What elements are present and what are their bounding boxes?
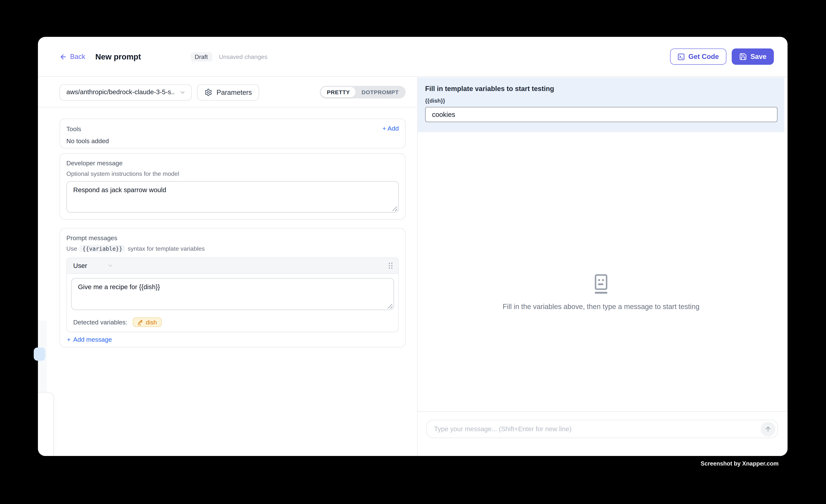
toggle-dotprompt[interactable]: DOTPROMPT	[356, 87, 405, 98]
template-variables-title: Fill in template variables to start test…	[425, 85, 777, 93]
user-message-input[interactable]: Give me a recipe for {{dish}}	[71, 278, 394, 310]
pencil-icon	[137, 319, 143, 325]
chat-message-input[interactable]	[434, 425, 761, 433]
chevron-down-icon	[179, 89, 186, 96]
status-badge: Draft	[190, 52, 212, 61]
model-selector-value: aws/anthropic/bedrock-claude-3-5-s...	[66, 88, 175, 96]
drag-handle-icon[interactable]	[388, 262, 393, 269]
bot-face-icon	[592, 273, 610, 294]
chat-composer	[418, 411, 787, 456]
watermark-text: Screenshot by Xnapper.com	[701, 460, 778, 467]
prompt-messages-card: Prompt messages Use {{variable}} syntax …	[60, 228, 406, 348]
header: Back New prompt Draft Unsaved changes Ge…	[38, 37, 787, 77]
chat-empty-state: Fill in the variables above, then type a…	[418, 132, 784, 452]
format-toggle: PRETTY DOTPROMPT	[320, 86, 406, 98]
add-tool-button[interactable]: + Add	[382, 125, 399, 132]
empty-state-text: Fill in the variables above, then type a…	[503, 303, 700, 311]
chevron-down-icon[interactable]	[107, 262, 114, 269]
back-label: Back	[70, 53, 85, 61]
tools-card: Tools + Add No tools added	[60, 118, 406, 148]
developer-message-title: Developer message	[66, 160, 399, 167]
back-button[interactable]: Back	[60, 53, 85, 61]
save-icon	[739, 53, 747, 61]
partial-popover-card	[38, 392, 54, 456]
back-arrow-icon	[60, 53, 67, 60]
developer-message-subtitle: Optional system instructions for the mod…	[66, 171, 399, 177]
dish-variable-label: {{dish}}	[425, 98, 777, 104]
variable-dish-badge[interactable]: dish	[132, 317, 162, 327]
parameters-button[interactable]: Parameters	[197, 84, 259, 101]
add-message-button[interactable]: + Add message	[67, 336, 112, 343]
plus-icon: +	[382, 125, 386, 132]
tools-empty-text: No tools added	[66, 137, 399, 145]
screenshot-stage: Back New prompt Draft Unsaved changes Ge…	[0, 0, 826, 504]
prompt-messages-title: Prompt messages	[66, 234, 399, 242]
get-code-button[interactable]: Get Code	[670, 48, 726, 65]
chat-input-box	[426, 420, 778, 438]
developer-message-input[interactable]: Respond as jack sparrow would	[66, 181, 399, 212]
detected-variables-label: Detected variables:	[73, 319, 127, 326]
partial-highlighted-item	[34, 348, 46, 361]
header-actions: Get Code Save	[670, 48, 774, 65]
editor-panel: aws/anthropic/bedrock-claude-3-5-s... Pa…	[38, 77, 417, 456]
tools-title: Tools	[66, 125, 399, 133]
save-button[interactable]: Save	[731, 48, 774, 65]
toggle-pretty[interactable]: PRETTY	[321, 87, 356, 98]
message-block: User Give me a recipe for {{dish}}	[66, 257, 399, 332]
test-panel: Fill in template variables to start test…	[418, 77, 787, 456]
unsaved-changes-text: Unsaved changes	[219, 54, 267, 60]
terminal-icon	[677, 53, 685, 60]
role-select-value: User	[73, 262, 87, 269]
gear-icon	[204, 88, 212, 96]
editor-toolbar: aws/anthropic/bedrock-claude-3-5-s... Pa…	[38, 77, 417, 107]
editor-cards: Tools + Add No tools added Developer mes…	[60, 107, 406, 456]
message-role-header: User	[67, 258, 398, 274]
page-title: New prompt	[95, 52, 141, 61]
dish-variable-input[interactable]	[425, 107, 778, 122]
template-variables-section: Fill in template variables to start test…	[418, 77, 784, 132]
plus-icon: +	[67, 336, 71, 343]
app-window: Back New prompt Draft Unsaved changes Ge…	[38, 37, 787, 456]
detected-variables-row: Detected variables: dish	[67, 314, 398, 332]
model-selector[interactable]: aws/anthropic/bedrock-claude-3-5-s...	[60, 84, 192, 101]
developer-message-card: Developer message Optional system instru…	[60, 153, 406, 220]
template-syntax-hint: Use {{variable}} syntax for template var…	[66, 245, 399, 252]
send-button[interactable]	[761, 422, 775, 436]
variable-syntax-chip: {{variable}}	[80, 245, 125, 252]
